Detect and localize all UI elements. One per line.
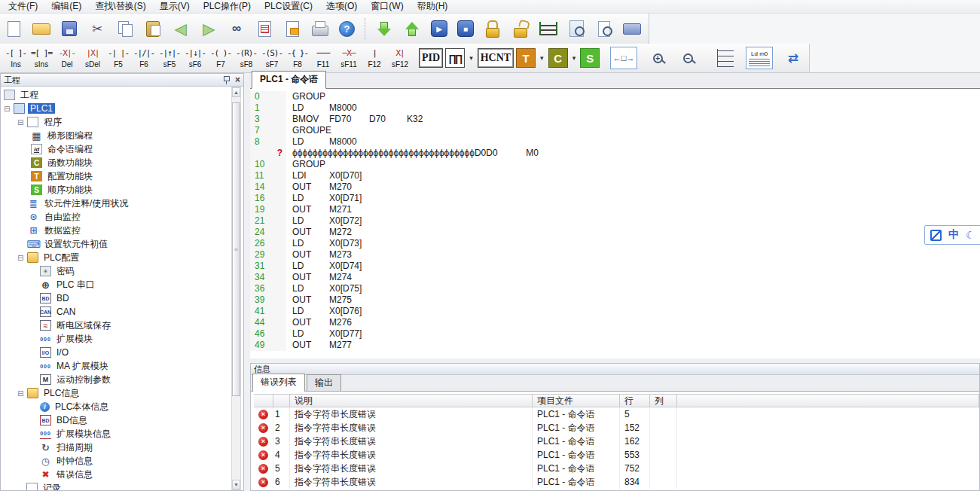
navigate-forward-button[interactable]: ▶: [200, 20, 218, 38]
tree-item-record[interactable]: 记录: [1, 481, 243, 490]
state-instruction-button[interactable]: S: [580, 48, 600, 68]
plc-operate-menu[interactable]: PLC操作(P): [197, 0, 258, 14]
code-line[interactable]: 10 GROUP: [250, 159, 980, 170]
instr-f5[interactable]: -| |- F5: [105, 48, 131, 69]
scroll-down-arrow[interactable]: ▼: [232, 480, 240, 489]
tree-item-device-comment-usage[interactable]: ≣ 软元件注释/使用状况: [1, 197, 243, 210]
code-line[interactable]: 19 OUT M271: [250, 204, 980, 215]
code-line[interactable]: 11 LDI X0[D70]: [250, 170, 980, 181]
pulse-instruction-button[interactable]: ∏∏: [445, 48, 465, 68]
code-line[interactable]: 21 LD X0[D72]: [250, 215, 980, 227]
tree-expander-icon[interactable]: ⊟: [4, 105, 14, 113]
download-to-plc-button[interactable]: [375, 20, 393, 38]
tree-item-program[interactable]: ⊟ 程序: [1, 115, 243, 129]
code-line[interactable]: 49 OUT M277: [250, 340, 980, 351]
tree-item-plc-serial-port[interactable]: ⊕ PLC 串口: [1, 278, 243, 291]
convert-view-button[interactable]: ⇄: [783, 47, 803, 69]
code-line[interactable]: ? ϕϕϕϕϕϕϕϕϕϕϕϕϕϕϕϕϕϕϕϕϕϕϕϕϕϕϕϕϕϕϕϕϕϕϕϕD0…: [250, 148, 980, 159]
code-line[interactable]: 29 OUT M273: [250, 249, 980, 261]
tree-item-ladder-editor[interactable]: ▦ 梯形图编程: [1, 129, 243, 142]
tree-item-expansion-module[interactable]: 000 扩展模块: [1, 332, 243, 346]
tree-item-data-monitor[interactable]: ⊞ 数据监控: [1, 224, 243, 237]
instr-f7[interactable]: -( )- F7: [208, 48, 234, 69]
tree-item-instruction-list-editor[interactable]: ld 命令语编程: [1, 142, 243, 156]
output-tab[interactable]: 输出: [307, 374, 341, 391]
tree-item-sequence-block[interactable]: S 顺序功能块: [1, 183, 243, 197]
timer-instruction-button[interactable]: T: [516, 48, 536, 68]
instr-sf5[interactable]: -|↑|- sF5: [157, 48, 182, 69]
grid-monitor-button[interactable]: [567, 20, 585, 38]
tree-item-project[interactable]: 工程: [1, 88, 243, 102]
timer-dropdown[interactable]: ▾: [538, 48, 546, 68]
tree-item-plc1[interactable]: ⊟ PLC1: [1, 102, 243, 115]
unlock-button[interactable]: [511, 20, 530, 38]
instr-f8[interactable]: -{ }- F8: [285, 48, 310, 69]
code-line[interactable]: 46 LD X0[D77]: [250, 328, 980, 340]
code-line[interactable]: 31 LD X0[D74]: [250, 261, 980, 272]
error-row[interactable]: × 5 指令字符串长度错误 PLC1 - 命令语 752: [254, 462, 979, 475]
code-line[interactable]: 16 LD X0[D71]: [250, 193, 980, 204]
counter-instruction-button[interactable]: C: [548, 48, 568, 68]
pid-instruction-button[interactable]: PID: [419, 48, 443, 68]
print-button[interactable]: [311, 20, 329, 38]
code-line[interactable]: 44 OUT M276: [250, 317, 980, 328]
code-line[interactable]: 26 LD X0[D73]: [250, 238, 980, 249]
instr-del[interactable]: -X|- Del: [54, 48, 80, 69]
new-file-button[interactable]: [5, 20, 23, 38]
instr-f6[interactable]: -|/|- F6: [131, 48, 157, 69]
code-line[interactable]: 39 OUT M275: [250, 294, 980, 306]
code-line[interactable]: 24 OUT M272: [250, 227, 980, 238]
tree-expander-icon[interactable]: ⊟: [17, 118, 27, 127]
instr-f11[interactable]: ─── F11: [310, 48, 336, 69]
tree-item-password[interactable]: ✳ 密码: [1, 264, 243, 278]
instr-sf12[interactable]: X| sF12: [387, 48, 413, 69]
find-replace-menu[interactable]: 查找\替换(S): [88, 0, 152, 14]
tree-item-expansion-module-info[interactable]: 000 扩展模块信息: [1, 427, 243, 441]
pulse-dropdown[interactable]: ▾: [467, 48, 475, 68]
error-list-tab[interactable]: 错误列表: [252, 374, 305, 392]
error-row[interactable]: × 3 指令字符串长度错误 PLC1 - 命令语 162: [254, 435, 979, 448]
tree-item-scan-cycle[interactable]: ↻ 扫描周期: [1, 441, 243, 454]
instr-sdel[interactable]: |X| sDel: [80, 48, 105, 69]
tree-item-plc-config[interactable]: ⊟ PLC配置: [1, 251, 243, 264]
pin-icon[interactable]: [222, 75, 230, 84]
tree-item-device-init-values[interactable]: ⌨ 设置软元件初值: [1, 237, 243, 251]
virtual-keyboard-button[interactable]: [623, 20, 641, 38]
input-method-icon[interactable]: [930, 230, 942, 241]
tree-item-power-off-retention[interactable]: ≈ 断电区域保存: [1, 319, 243, 332]
help-menu[interactable]: 帮助(H): [411, 0, 455, 14]
code-line[interactable]: 34 OUT M274: [250, 272, 980, 283]
window-menu[interactable]: 窗口(W): [364, 0, 410, 14]
tree-item-motion-control-params[interactable]: M 运动控制参数: [1, 373, 243, 386]
close-icon[interactable]: ×: [235, 75, 240, 84]
run-plc-button[interactable]: ▶: [431, 20, 447, 37]
chinese-mode-icon[interactable]: 中: [948, 228, 959, 242]
view-menu[interactable]: 显示(V): [153, 0, 197, 14]
code-line[interactable]: 14 OUT M270: [250, 181, 980, 193]
ladder-edit-button[interactable]: [539, 20, 557, 38]
instruction-list-view-button[interactable]: Ld m0: [746, 47, 773, 69]
zoom-in-button[interactable]: +: [648, 47, 667, 69]
tree-expander-icon[interactable]: ⊟: [17, 389, 27, 398]
scroll-thumb[interactable]: ≡: [232, 102, 240, 396]
code-line[interactable]: 7 GROUPE: [250, 125, 980, 136]
tree-expander-icon[interactable]: ⊟: [17, 254, 27, 262]
code-line[interactable]: 41 LD X0[D76]: [250, 306, 980, 317]
tree-item-bd-info[interactable]: BD BD信息: [1, 413, 243, 427]
file-menu[interactable]: 文件(F): [2, 0, 44, 14]
notes-button[interactable]: [283, 20, 301, 38]
tree-item-config-block[interactable]: T 配置功能块: [1, 169, 243, 183]
tree-item-plc-info[interactable]: ⊟ PLC信息: [1, 386, 243, 400]
code-line[interactable]: 36 LD X0[D75]: [250, 283, 980, 294]
copy-button[interactable]: [116, 20, 134, 38]
options-menu[interactable]: 选项(O): [319, 0, 364, 14]
zoom-out-button[interactable]: −: [678, 47, 698, 69]
stop-plc-button[interactable]: ■: [457, 20, 474, 37]
doc-view-button[interactable]: [595, 20, 613, 38]
save-button[interactable]: [60, 20, 78, 38]
ladder-monitor-view-button[interactable]: [716, 47, 735, 69]
instruction-list-editor[interactable]: 0 GROUP 1 LD M8000 3 BMOV FD70 D70 K3: [250, 89, 980, 358]
instr-f12[interactable]: | F12: [362, 48, 387, 69]
instr-sf8[interactable]: -(R)- sF8: [234, 48, 259, 69]
cut-button[interactable]: ✂: [88, 20, 106, 38]
